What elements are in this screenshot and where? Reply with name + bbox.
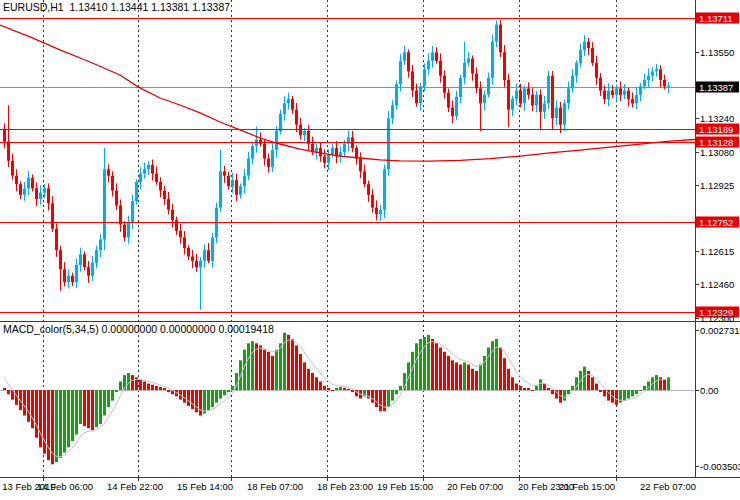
macd-histogram-bar bbox=[539, 379, 542, 390]
macd-histogram-bar bbox=[415, 343, 418, 390]
candle-body bbox=[511, 99, 514, 110]
candle-body bbox=[575, 63, 578, 76]
candle-body bbox=[439, 61, 442, 76]
candle-body bbox=[571, 76, 574, 89]
candle-body bbox=[599, 78, 602, 91]
candle-body bbox=[495, 25, 498, 42]
candle-body bbox=[167, 199, 170, 210]
macd-histogram-bar bbox=[399, 386, 402, 390]
macd-histogram-bar bbox=[315, 377, 318, 390]
macd-histogram-bar bbox=[379, 390, 382, 411]
candle-body bbox=[175, 220, 178, 231]
candle-body bbox=[475, 74, 478, 89]
candle-body bbox=[95, 250, 98, 263]
candle-body bbox=[455, 97, 458, 116]
candle-body bbox=[527, 88, 530, 94]
candle-body bbox=[383, 169, 386, 209]
macd-histogram-bar bbox=[119, 382, 122, 391]
candle-body bbox=[279, 114, 282, 131]
macd-histogram-bar bbox=[79, 390, 82, 424]
macd-histogram-bar bbox=[183, 390, 186, 403]
macd-histogram-bar bbox=[563, 390, 566, 401]
candle-body bbox=[635, 95, 638, 104]
candle-body bbox=[663, 80, 666, 86]
candle-body bbox=[51, 203, 54, 229]
macd-axis-label: 0.0027318 bbox=[700, 325, 740, 336]
macd-histogram-bar bbox=[91, 390, 94, 430]
macd-histogram-bar bbox=[187, 390, 190, 406]
macd-histogram-bar bbox=[131, 375, 134, 390]
candle-body bbox=[547, 76, 550, 104]
candle-body bbox=[67, 276, 70, 282]
macd-indicator-label: MACD_color(5,34,5) 0.00000000 0.00000000… bbox=[3, 323, 274, 335]
time-axis-label: 22 Feb 07:00 bbox=[640, 481, 696, 492]
candle-body bbox=[443, 76, 446, 93]
macd-histogram-bar bbox=[59, 390, 62, 458]
time-axis-label: 21 Feb 15:00 bbox=[559, 481, 615, 492]
candle-body bbox=[643, 80, 646, 86]
macd-histogram-bar bbox=[75, 390, 78, 435]
macd-histogram-bar bbox=[319, 382, 322, 391]
candle-body bbox=[555, 108, 558, 119]
macd-histogram-bar bbox=[71, 390, 74, 441]
macd-histogram-bar bbox=[23, 390, 26, 416]
macd-histogram-bar bbox=[291, 339, 294, 390]
macd-histogram-bar bbox=[519, 386, 522, 390]
candle-body bbox=[111, 176, 114, 191]
macd-histogram-bar bbox=[531, 390, 534, 391]
chart-window: EURUSD,H1 1.13410 1.13441 1.13381 1.1338… bbox=[0, 0, 740, 500]
candle-body bbox=[91, 263, 94, 276]
macd-histogram-bar bbox=[599, 390, 602, 392]
candle-body bbox=[483, 95, 486, 104]
price-axis-label: 1.12460 bbox=[700, 279, 734, 290]
macd-histogram-bar bbox=[199, 390, 202, 416]
candle-body bbox=[591, 48, 594, 63]
macd-histogram-bar bbox=[467, 365, 470, 391]
candle-body bbox=[103, 169, 106, 239]
candle-body bbox=[631, 99, 634, 103]
candle-body bbox=[183, 237, 186, 248]
macd-histogram-bar bbox=[299, 354, 302, 390]
candle-body bbox=[667, 86, 670, 87]
macd-histogram-bar bbox=[535, 386, 538, 390]
macd-histogram-bar bbox=[307, 369, 310, 390]
candle-body bbox=[231, 180, 234, 186]
macd-histogram-bar bbox=[111, 390, 114, 401]
candle-body bbox=[659, 69, 662, 80]
time-axis-label: 20 Feb 07:00 bbox=[447, 481, 503, 492]
candle-body bbox=[147, 165, 150, 169]
candle-body bbox=[239, 186, 242, 195]
candle-body bbox=[539, 95, 542, 112]
candle-body bbox=[159, 182, 162, 191]
candle-body bbox=[211, 237, 214, 260]
chart-canvas[interactable] bbox=[0, 0, 740, 500]
macd-histogram-bar bbox=[583, 367, 586, 390]
macd-histogram-bar bbox=[39, 390, 42, 447]
candle-body bbox=[55, 229, 58, 250]
macd-histogram-bar bbox=[143, 382, 146, 391]
candle-body bbox=[287, 99, 290, 103]
candle-body bbox=[247, 159, 250, 176]
candle-body bbox=[307, 131, 310, 144]
time-axis-label: 14 Feb 22:00 bbox=[107, 481, 163, 492]
candle-body bbox=[291, 99, 294, 110]
time-axis-label: 14 Feb 06:00 bbox=[37, 481, 93, 492]
candle-body bbox=[515, 91, 518, 100]
macd-histogram-bar bbox=[475, 371, 478, 390]
candle-body bbox=[87, 267, 90, 276]
candle-body bbox=[407, 52, 410, 71]
candle-body bbox=[267, 159, 270, 168]
macd-histogram-bar bbox=[139, 379, 142, 390]
candle-body bbox=[387, 118, 390, 169]
macd-histogram-bar bbox=[167, 390, 170, 392]
macd-histogram-bar bbox=[247, 343, 250, 390]
price-axis-label: 1.12300 bbox=[700, 313, 734, 324]
candle-body bbox=[19, 184, 22, 195]
macd-histogram-bar bbox=[203, 390, 206, 413]
bid-price-badge: 1.13387 bbox=[696, 82, 739, 93]
candle-body bbox=[235, 180, 238, 195]
time-axis-label: 18 Feb 07:00 bbox=[247, 481, 303, 492]
candle-body bbox=[595, 63, 598, 78]
level-price-badge: 1.13189 bbox=[696, 124, 739, 135]
candle-body bbox=[295, 110, 298, 125]
